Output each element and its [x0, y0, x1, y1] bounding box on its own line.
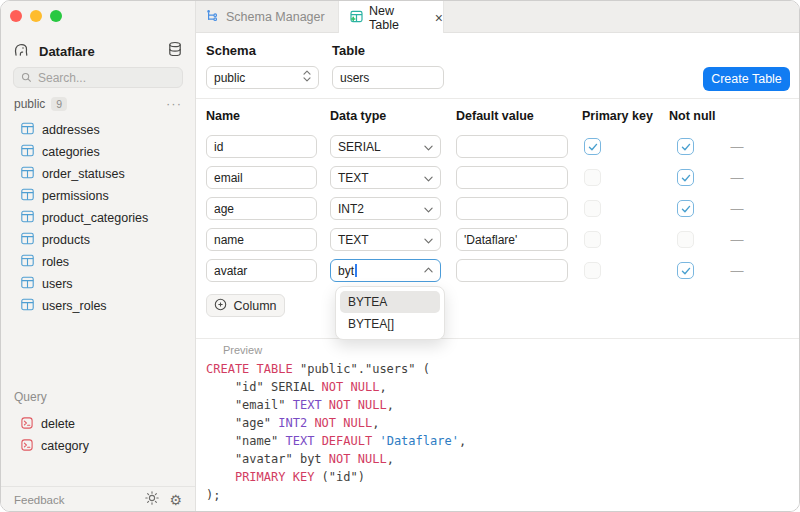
not-null-checkbox[interactable]	[677, 138, 694, 155]
search-input[interactable]: Search...	[13, 67, 183, 88]
table-name-label: order_statuses	[42, 167, 125, 181]
schema-field-label: Schema	[206, 43, 256, 58]
column-default-input[interactable]	[456, 135, 568, 158]
tab-label: Schema Manager	[226, 10, 325, 24]
sql-line: PRIMARY KEY ("id")	[206, 468, 466, 486]
search-placeholder: Search...	[38, 71, 86, 85]
app-title: Dataflare	[39, 44, 158, 59]
table-name-label: permissions	[42, 189, 109, 203]
not-null-checkbox[interactable]	[677, 169, 694, 186]
sql-preview-code: CREATE TABLE "public"."users" ( "id" SER…	[206, 360, 466, 504]
tab-schema-manager[interactable]: Schema Manager	[206, 1, 325, 33]
remove-column-dash-icon[interactable]: —	[728, 170, 746, 185]
column-name-input[interactable]	[206, 135, 317, 158]
primary-key-checkbox[interactable]	[584, 138, 601, 155]
schema-group-row[interactable]: public 9 ···	[14, 96, 182, 112]
sidebar-table-item[interactable]: addresses	[1, 119, 195, 141]
new-table-icon	[350, 9, 363, 27]
table-grid-icon	[21, 166, 34, 182]
sidebar-table-item[interactable]: products	[1, 229, 195, 251]
primary-key-checkbox[interactable]	[584, 200, 601, 217]
sidebar-table-item[interactable]: users_roles	[1, 295, 195, 317]
column-name-input[interactable]	[206, 197, 317, 220]
sidebar-table-item[interactable]: categories	[1, 141, 195, 163]
settings-gear-icon[interactable]: ⚙	[169, 493, 182, 507]
remove-column-dash-icon[interactable]: —	[728, 263, 746, 278]
remove-column-dash-icon[interactable]: —	[728, 201, 746, 216]
primary-key-checkbox[interactable]	[584, 262, 601, 279]
sidebar-query-item[interactable]: delete	[1, 413, 195, 435]
add-column-button[interactable]: Column	[206, 294, 285, 317]
new-table-editor: Schema Table public Create Table Name Da…	[196, 33, 799, 511]
chevron-down-icon	[424, 202, 433, 216]
sidebar-table-item[interactable]: users	[1, 273, 195, 295]
table-name-label: addresses	[42, 123, 100, 137]
column-type-select[interactable]: TEXT	[330, 166, 441, 189]
remove-column-dash-icon[interactable]: —	[728, 232, 746, 247]
search-icon	[21, 69, 32, 87]
table-count-badge: 9	[51, 97, 67, 111]
column-row: INT2 —	[196, 197, 799, 220]
chevron-down-icon	[424, 171, 433, 185]
sql-line: );	[206, 486, 466, 504]
tab-bar: Schema Manager New Table ×	[196, 1, 799, 33]
table-grid-icon	[21, 232, 34, 248]
zoom-window-button[interactable]	[50, 10, 62, 22]
column-type-select[interactable]: INT2	[330, 197, 441, 220]
database-icon[interactable]	[167, 41, 183, 61]
dropdown-option[interactable]: BYTEA	[340, 291, 440, 313]
theme-toggle-sun-icon[interactable]	[145, 491, 159, 509]
schema-select[interactable]: public	[206, 66, 319, 89]
table-grid-icon	[21, 144, 34, 160]
close-tab-icon[interactable]: ×	[435, 10, 443, 26]
column-name-input[interactable]	[206, 259, 317, 282]
app-window: Dataflare Search... public 9 ···	[0, 0, 800, 512]
chevron-down-icon	[424, 140, 433, 154]
column-row: SERIAL —	[196, 135, 799, 158]
queries-list: delete category	[1, 413, 195, 457]
not-null-checkbox[interactable]	[677, 231, 694, 248]
sidebar-table-item[interactable]: permissions	[1, 185, 195, 207]
column-default-input[interactable]	[456, 197, 568, 220]
create-table-button[interactable]: Create Table	[703, 67, 790, 91]
remove-column-dash-icon[interactable]: —	[728, 139, 746, 154]
sidebar-table-item[interactable]: roles	[1, 251, 195, 273]
column-name-input[interactable]	[206, 166, 317, 189]
sidebar-query-item[interactable]: category	[1, 435, 195, 457]
table-name-label: users	[42, 277, 73, 291]
tab-label: New Table	[369, 4, 425, 32]
primary-key-checkbox[interactable]	[584, 169, 601, 186]
table-field-label: Table	[332, 43, 365, 58]
column-default-input[interactable]	[456, 228, 568, 251]
dropdown-option[interactable]: BYTEA[]	[340, 313, 440, 335]
column-default-input[interactable]	[456, 259, 568, 282]
divider	[196, 338, 799, 339]
column-type-select[interactable]: byt	[330, 259, 441, 282]
type-suggestions-dropdown: BYTEABYTEA[]	[335, 286, 445, 340]
not-null-checkbox[interactable]	[677, 262, 694, 279]
minimize-window-button[interactable]	[30, 10, 42, 22]
primary-key-checkbox[interactable]	[584, 231, 601, 248]
terminal-icon	[21, 439, 33, 454]
column-default-input[interactable]	[456, 166, 568, 189]
sql-line: "avatar" byt NOT NULL,	[206, 450, 466, 468]
table-grid-icon	[21, 276, 34, 292]
schema-group-label: public	[14, 97, 45, 111]
column-type-select[interactable]: TEXT	[330, 228, 441, 251]
sidebar-table-item[interactable]: product_categories	[1, 207, 195, 229]
not-null-checkbox[interactable]	[677, 200, 694, 217]
main-area: Schema Manager New Table ×	[196, 1, 799, 511]
tab-new-table[interactable]: New Table ×	[338, 1, 444, 34]
table-grid-icon	[21, 122, 34, 138]
close-window-button[interactable]	[10, 10, 22, 22]
terminal-icon	[21, 417, 33, 432]
sidebar-footer: Feedback ⚙	[1, 486, 195, 512]
feedback-link[interactable]: Feedback	[14, 494, 135, 506]
more-options-icon[interactable]: ···	[166, 99, 182, 109]
table-grid-icon	[21, 298, 34, 314]
sidebar-table-item[interactable]: order_statuses	[1, 163, 195, 185]
table-name-input[interactable]	[332, 66, 444, 89]
column-type-select[interactable]: SERIAL	[330, 135, 441, 158]
column-name-input[interactable]	[206, 228, 317, 251]
sql-line: CREATE TABLE "public"."users" (	[206, 360, 466, 378]
